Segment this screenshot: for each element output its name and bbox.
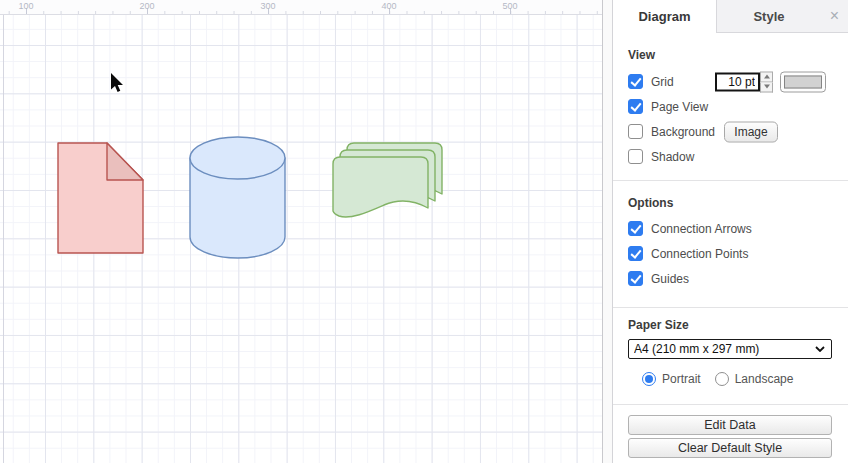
- connection-points-label: Connection Points: [651, 247, 748, 261]
- ruler-label: 200: [134, 1, 160, 11]
- ruler-label: 100: [13, 1, 39, 11]
- panel-close-area: ×: [821, 0, 848, 33]
- close-icon[interactable]: ×: [830, 8, 839, 24]
- panel-tabbar: Diagram Style ×: [613, 0, 848, 33]
- connection-arrows-label: Connection Arrows: [651, 222, 752, 236]
- section-title-view: View: [628, 48, 831, 62]
- orientation-radios: Portrait Landscape: [628, 371, 831, 386]
- edit-data-button[interactable]: Edit Data: [628, 415, 832, 435]
- section-title-options: Options: [628, 196, 831, 210]
- chevron-down-icon: [815, 346, 825, 352]
- row-grid: Grid: [628, 69, 831, 94]
- portrait-label: Portrait: [662, 372, 701, 386]
- row-connection-arrows: Connection Arrows: [628, 216, 831, 241]
- grid-size-input[interactable]: [715, 72, 760, 91]
- cylinder-shape[interactable]: [190, 137, 285, 258]
- multi-document-shape[interactable]: [333, 143, 442, 217]
- row-shadow: Shadow: [628, 144, 831, 169]
- row-connection-points: Connection Points: [628, 241, 831, 266]
- ruler-label: 300: [255, 1, 281, 11]
- divider: [613, 404, 848, 405]
- tab-style[interactable]: Style: [716, 0, 821, 33]
- canvas-grid[interactable]: [0, 15, 602, 463]
- grid-size-stepper: [760, 71, 773, 92]
- note-shape[interactable]: [58, 143, 143, 253]
- image-button[interactable]: Image: [724, 121, 778, 142]
- row-page-view: Page View: [628, 94, 831, 119]
- vertical-scrollbar[interactable]: [602, 0, 613, 463]
- format-panel: Diagram Style × View Grid: [613, 0, 848, 463]
- connection-arrows-checkbox[interactable]: [628, 221, 643, 236]
- guides-checkbox[interactable]: [628, 271, 643, 286]
- shadow-label: Shadow: [651, 150, 694, 164]
- divider: [613, 307, 848, 308]
- grid-label: Grid: [651, 75, 674, 89]
- divider: [613, 180, 848, 181]
- portrait-radio[interactable]: [642, 372, 656, 386]
- shadow-checkbox[interactable]: [628, 149, 643, 164]
- grid-checkbox[interactable]: [628, 74, 643, 89]
- drawing-canvas[interactable]: 100 200 300 400 500: [0, 0, 602, 463]
- ruler-label: 500: [497, 1, 523, 11]
- grid-color-swatch: [784, 75, 822, 88]
- mouse-cursor-icon: [111, 73, 123, 92]
- stepper-up-icon[interactable]: [760, 71, 773, 82]
- section-title-paper-size: Paper Size: [628, 318, 831, 332]
- note-fold: [107, 143, 143, 180]
- app-window: 100 200 300 400 500: [0, 0, 848, 463]
- row-background: Background Image: [628, 119, 831, 144]
- connection-points-checkbox[interactable]: [628, 246, 643, 261]
- tab-diagram[interactable]: Diagram: [613, 0, 716, 33]
- ruler-label: 400: [376, 1, 402, 11]
- page-view-checkbox[interactable]: [628, 99, 643, 114]
- paper-size-select[interactable]: A4 (210 mm x 297 mm): [628, 339, 832, 359]
- clear-default-style-button[interactable]: Clear Default Style: [628, 438, 832, 458]
- horizontal-ruler: 100 200 300 400 500: [0, 0, 602, 15]
- stepper-down-icon[interactable]: [760, 82, 773, 92]
- background-checkbox[interactable]: [628, 124, 643, 139]
- grid-color-button[interactable]: [780, 71, 826, 92]
- landscape-radio[interactable]: [715, 372, 729, 386]
- background-label: Background: [651, 125, 715, 139]
- paper-size-value: A4 (210 mm x 297 mm): [634, 342, 815, 356]
- guides-label: Guides: [651, 272, 689, 286]
- page-view-label: Page View: [651, 100, 708, 114]
- landscape-label: Landscape: [735, 372, 794, 386]
- row-guides: Guides: [628, 266, 831, 291]
